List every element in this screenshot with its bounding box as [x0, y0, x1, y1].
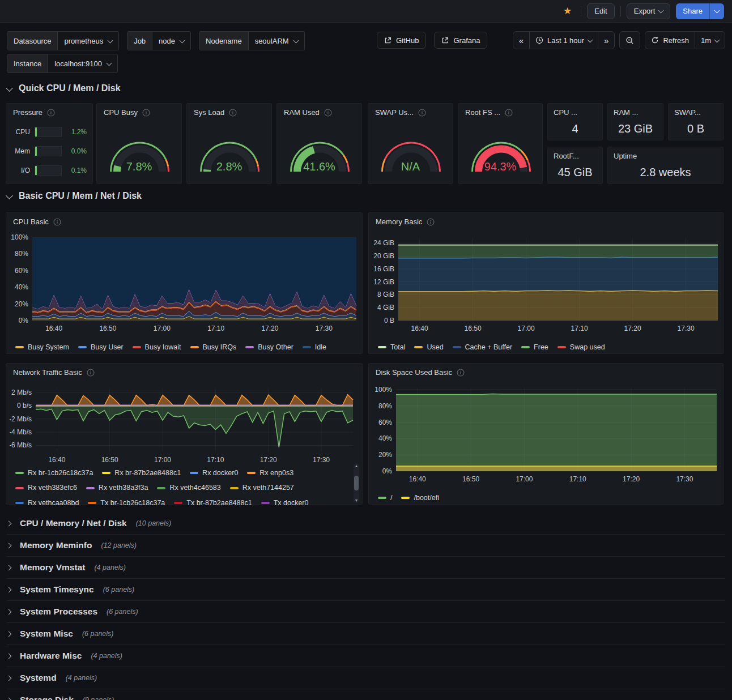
cpu-basic-chart[interactable]: 16:4016:5017:0017:1017:2017:30100%80%60%… [10, 232, 361, 334]
info-icon[interactable] [418, 109, 426, 117]
memory-basic-chart[interactable]: 16:4016:5017:0017:1017:2017:3024 GiB20 G… [372, 232, 722, 334]
info-icon[interactable] [87, 369, 95, 377]
variable-value[interactable]: prometheus [57, 32, 118, 50]
star-icon[interactable]: ★ [560, 5, 575, 17]
legend-item[interactable]: Swap used [557, 341, 605, 354]
refresh-interval-dropdown[interactable]: 1m [695, 31, 725, 49]
legend-item[interactable]: Idle [303, 341, 326, 354]
share-menu-button[interactable] [709, 3, 724, 19]
legend-item[interactable]: Tx docker0 [261, 497, 309, 510]
legend-item[interactable]: Rx veth383efc6 [15, 481, 77, 494]
legend-item[interactable]: Tx br-87b2ae8488c1 [174, 497, 252, 510]
collapsed-row-system-timesync[interactable]: System Timesync(6 panels) [7, 579, 725, 601]
panel-title[interactable]: Pressure [6, 104, 92, 121]
collapsed-row-storage-disk[interactable]: Storage Disk(9 panels) [7, 689, 725, 700]
legend-series-label: Busy System [28, 341, 69, 354]
panel-title[interactable]: Root FS ... [458, 104, 542, 121]
share-button[interactable]: Share [676, 3, 709, 19]
panel-title[interactable]: Uptime [608, 147, 723, 165]
legend-scrollbar[interactable]: ▲ ▼ [354, 463, 359, 503]
panel-title[interactable]: CPU ... [548, 104, 602, 121]
legend-item[interactable]: Busy Iowait [133, 341, 181, 354]
edit-button[interactable]: Edit [587, 3, 614, 19]
legend-item[interactable]: Rx br-1cb26c18c37a [15, 467, 93, 480]
legend-item[interactable]: Rx veth38a3f3a [86, 481, 148, 494]
time-shift-back-button[interactable]: « [513, 31, 530, 49]
panel-title[interactable]: Sys Load [187, 104, 271, 121]
info-icon[interactable] [47, 109, 55, 117]
variable-value[interactable]: seoulARM [248, 32, 304, 50]
collapsed-row-memory-vmstat[interactable]: Memory Vmstat(4 panels) [7, 557, 725, 579]
export-button[interactable]: Export [627, 3, 671, 19]
external-link-icon [441, 37, 449, 44]
link-github-button[interactable]: GitHub [377, 32, 426, 49]
legend-item[interactable]: Busy Other [245, 341, 293, 354]
collapsed-rows: CPU / Memory / Net / Disk(10 panels)Memo… [7, 513, 725, 700]
info-icon[interactable] [53, 218, 61, 226]
link-grafana-button[interactable]: Grafana [434, 32, 487, 49]
row-header-quick[interactable]: Quick CPU / Mem / Disk [7, 83, 121, 93]
variable-value[interactable]: node [152, 32, 190, 50]
row-header-basic[interactable]: Basic CPU / Mem / Net / Disk [7, 191, 142, 201]
panel-title[interactable]: CPU Basic [6, 213, 362, 231]
template-var-instance[interactable]: Instancelocalhost:9100 [7, 54, 118, 73]
template-var-job[interactable]: Jobnode [127, 31, 191, 50]
legend-series-color [133, 346, 141, 348]
disk-space-chart[interactable]: 16:4016:5017:0017:1017:2017:30100%80%60%… [372, 383, 722, 485]
legend-item[interactable]: Cache + Buffer [453, 341, 513, 354]
legend-item[interactable]: /boot/efi [401, 492, 439, 505]
chevron-down-icon [6, 84, 13, 92]
stat-value: 23 GiB [608, 122, 663, 135]
legend-series-color [190, 346, 199, 348]
panel-title[interactable]: Disk Space Used Basic [369, 364, 723, 381]
legend-item[interactable]: Used [414, 341, 443, 354]
info-icon[interactable] [142, 109, 150, 117]
panel-title[interactable]: RAM Used [277, 104, 361, 121]
template-var-nodename[interactable]: NodenameseoulARM [199, 31, 305, 50]
time-range-picker[interactable]: Last 1 hour [529, 31, 598, 49]
time-shift-forward-button[interactable]: » [598, 31, 615, 49]
chevron-down-icon [293, 37, 299, 43]
scroll-down-icon[interactable]: ▼ [355, 498, 359, 502]
legend-item[interactable]: Busy System [15, 341, 69, 354]
legend-item[interactable]: Rx docker0 [190, 467, 238, 480]
info-icon[interactable] [427, 218, 435, 226]
panel-title[interactable]: Network Traffic Basic [6, 364, 362, 381]
variable-value[interactable]: localhost:9100 [48, 54, 117, 72]
panel-title[interactable]: SWAP Us... [368, 104, 453, 121]
collapsed-row-system-processes[interactable]: System Processes(6 panels) [7, 601, 725, 623]
info-icon[interactable] [505, 109, 513, 117]
scroll-up-icon[interactable]: ▲ [355, 464, 359, 468]
collapsed-row-hardware-misc[interactable]: Hardware Misc(4 panels) [7, 645, 725, 667]
panel-title[interactable]: Memory Basic [369, 213, 723, 231]
legend-item[interactable]: / [378, 492, 392, 505]
legend-item[interactable]: Free [521, 341, 548, 354]
legend-item[interactable]: Rx veth4c46583 [157, 481, 220, 494]
legend-item[interactable]: Rx br-87b2ae8488c1 [102, 467, 181, 480]
panel-title[interactable]: RAM ... [608, 104, 663, 121]
legend-item[interactable]: Busy User [78, 341, 124, 354]
info-icon[interactable] [457, 369, 465, 377]
refresh-button[interactable]: Refresh [645, 31, 695, 49]
info-icon[interactable] [229, 109, 237, 117]
legend-item[interactable]: Busy IRQs [190, 341, 237, 354]
panel-title[interactable]: RootF... [548, 147, 602, 165]
collapsed-row-cpu-memory-net-disk[interactable]: CPU / Memory / Net / Disk(10 panels) [7, 513, 725, 535]
legend-item[interactable]: Rx enp0s3 [247, 467, 293, 480]
scrollbar-thumb[interactable] [354, 476, 359, 490]
svg-text:16:50: 16:50 [99, 325, 116, 332]
network-traffic-chart[interactable]: 16:4016:5017:0017:1017:2017:302 Mb/s0 b/… [10, 383, 361, 468]
collapsed-row-system-misc[interactable]: System Misc(6 panels) [7, 623, 725, 645]
collapsed-row-memory-meminfo[interactable]: Memory Meminfo(12 panels) [7, 535, 725, 557]
legend-item[interactable]: Rx veth7144257 [230, 481, 294, 494]
legend-item[interactable]: Rx vethcaa08bd [15, 497, 79, 510]
template-var-datasource[interactable]: Datasourceprometheus [7, 31, 119, 50]
legend-item[interactable]: Tx br-1cb26c18c37a [88, 497, 165, 510]
panel-title[interactable]: SWAP... [669, 104, 723, 121]
legend-series-color [414, 346, 423, 348]
collapsed-row-systemd[interactable]: Systemd(4 panels) [7, 667, 725, 689]
info-icon[interactable] [324, 109, 332, 117]
legend-item[interactable]: Total [378, 341, 405, 354]
panel-title[interactable]: CPU Busy [97, 104, 181, 121]
zoom-out-button[interactable] [619, 31, 640, 49]
